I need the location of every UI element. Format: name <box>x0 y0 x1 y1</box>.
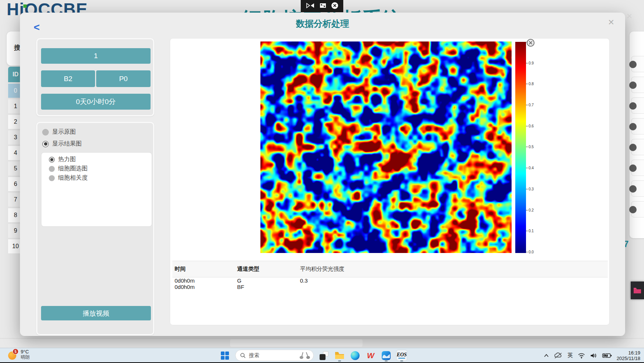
ime-language-indicator[interactable]: 英 <box>567 352 573 359</box>
row-button[interactable]: B2 <box>41 70 95 87</box>
start-button[interactable] <box>220 350 230 361</box>
colorbar-tick: 0.1 <box>526 229 534 233</box>
sun-icon: 5 <box>8 349 18 360</box>
eos-label: EOS <box>397 352 407 357</box>
background-right-panel <box>630 31 644 238</box>
background-search-label: 搜 <box>14 43 20 52</box>
time-label: 16:19 <box>628 350 640 356</box>
tick-label: 0.5 <box>529 145 534 149</box>
background-list-item[interactable] <box>631 139 644 155</box>
position-button[interactable]: P0 <box>96 70 151 87</box>
radio-label: 显示原图 <box>52 128 76 136</box>
tick-label: 0.0 <box>529 250 534 254</box>
colorbar-tick-list: 1.0 0.9 0.8 0.7 <box>526 40 534 254</box>
notification-badge: 5 <box>13 349 18 354</box>
radio-icon-selected[interactable] <box>42 141 49 147</box>
weather-widget[interactable]: 5 9°C 晴朗 <box>8 349 30 360</box>
sample-info-panel: 1 B2 P0 0天0小时0分 <box>36 38 154 116</box>
radio-heatmap[interactable]: 热力图 <box>49 156 76 163</box>
folder-widget[interactable] <box>631 282 644 299</box>
tick-label: 0.6 <box>529 124 534 128</box>
background-list-item[interactable] <box>631 201 644 217</box>
play-video-button[interactable]: 播放视频 <box>41 306 151 320</box>
radio-icon-selected[interactable] <box>49 157 55 163</box>
radio-icon[interactable] <box>49 175 55 181</box>
well-number-button[interactable]: 1 <box>41 48 151 64</box>
radio-cell-correlation[interactable]: 细胞相关度 <box>49 174 88 182</box>
background-window-close-icon[interactable]: × <box>627 11 632 21</box>
table-body: 0d0h0m G 0.3 0d0h0m BF <box>172 277 608 290</box>
result-type-subpanel: 热力图 细胞圈选图 细胞相关度 <box>41 152 152 227</box>
radio-label: 显示结果图 <box>52 140 82 148</box>
wps-label: W <box>367 351 374 360</box>
taskbar: 5 9°C 晴朗 搜索 <box>0 348 644 362</box>
cell-time: 0d0h0m <box>175 284 237 290</box>
background-list-item[interactable] <box>631 180 644 197</box>
colorbar <box>515 42 526 253</box>
colorbar-tick: 0.8 <box>526 82 534 86</box>
tick-mark <box>526 189 528 189</box>
flip-horizontal-icon[interactable] <box>306 2 315 10</box>
tick-mark <box>526 231 528 231</box>
radio-icon[interactable] <box>42 129 49 136</box>
taskbar-search-input[interactable]: 搜索 <box>235 350 314 361</box>
colorbar-tick: 0.5 <box>526 145 534 149</box>
weather-condition-label: 晴朗 <box>21 354 30 360</box>
background-list-item[interactable] <box>631 56 644 72</box>
time-button[interactable]: 0天0小时0分 <box>41 94 151 110</box>
radio-icon[interactable] <box>49 166 55 172</box>
tick-label: 0.8 <box>529 82 534 86</box>
radio-show-original[interactable]: 显示原图 <box>42 128 76 136</box>
photos-app-icon[interactable] <box>381 350 391 361</box>
background-list-item[interactable] <box>631 77 644 93</box>
colorbar-tick: 0.2 <box>526 208 534 212</box>
tick-label: 0.9 <box>529 61 534 65</box>
search-placeholder: 搜索 <box>249 352 296 359</box>
close-capture-icon[interactable] <box>331 2 338 11</box>
tick-label: 0.3 <box>529 187 534 191</box>
temperature-label: 9°C <box>21 349 30 354</box>
cell-channel: G <box>237 277 300 284</box>
col-header-channel: 通道类型 <box>237 266 300 273</box>
heatmap-image[interactable] <box>260 41 512 253</box>
tray-chevron-up-icon[interactable] <box>544 354 549 357</box>
tick-mark <box>526 147 528 147</box>
dialog-close-icon[interactable]: × <box>608 17 614 27</box>
radio-show-result[interactable]: 显示结果图 <box>42 140 82 148</box>
radio-label: 细胞圈选图 <box>58 165 88 173</box>
resize-icon[interactable] <box>319 3 327 10</box>
eos-app-icon[interactable]: EOS <box>397 350 407 361</box>
col-header-time: 时间 <box>175 266 237 273</box>
edge-browser-icon[interactable] <box>350 350 360 361</box>
wps-office-icon[interactable]: W <box>365 350 376 361</box>
desktop-screen: HiQCCBE 细胞培养分析系统 × 搜 ID 0 1 2 3 4 5 6 7 <box>0 0 644 363</box>
display-options-panel: 显示原图 显示结果图 热力图 细胞圈选图 细胞相关度 <box>36 122 154 335</box>
table-row[interactable]: 0d0h0m G 0.3 <box>172 277 608 284</box>
background-divider <box>0 338 644 339</box>
colorbar-close-icon[interactable] <box>526 39 535 49</box>
table-row[interactable]: 0d0h0m BF <box>172 284 608 290</box>
tick-mark <box>526 105 528 105</box>
tick-mark <box>526 63 528 63</box>
volume-icon[interactable] <box>590 353 597 359</box>
col-header-intensity: 平均积分荧光强度 <box>300 266 608 273</box>
radio-cell-outline[interactable]: 细胞圈选图 <box>49 165 88 173</box>
table-header-row: 时间 通道类型 平均积分荧光强度 <box>172 261 608 277</box>
background-list-item[interactable] <box>631 118 644 134</box>
onedrive-paused-icon[interactable] <box>554 352 563 359</box>
clock-widget[interactable]: 16:19 2025/11/18 <box>617 350 640 361</box>
cell-channel: BF <box>237 284 300 290</box>
radio-label: 细胞相关度 <box>58 174 88 182</box>
file-explorer-icon[interactable] <box>334 350 345 361</box>
colorbar-tick: 0.4 <box>526 166 534 170</box>
tick-label: 0.1 <box>529 229 534 233</box>
task-view-button[interactable] <box>319 350 329 361</box>
background-list-item[interactable] <box>631 160 644 176</box>
tick-mark <box>526 252 528 252</box>
battery-charging-icon[interactable] <box>602 353 612 358</box>
background-list-item[interactable] <box>631 97 644 114</box>
cell-time: 0d0h0m <box>175 277 237 284</box>
results-table: 时间 通道类型 平均积分荧光强度 0d0h0m G 0.3 0d0h0m <box>172 261 608 290</box>
colorbar-tick: 0.7 <box>526 103 534 107</box>
wifi-icon[interactable] <box>578 353 585 359</box>
